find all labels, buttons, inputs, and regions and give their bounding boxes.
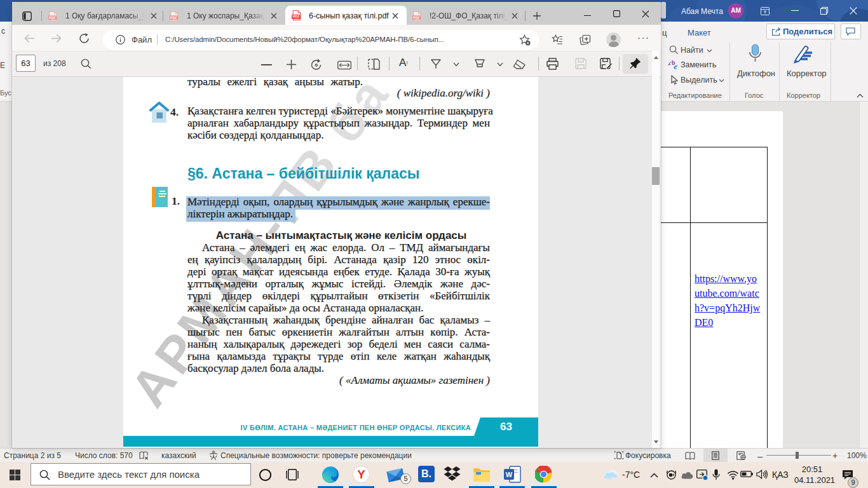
svg-text:PDF: PDF bbox=[170, 16, 177, 20]
svg-text:W: W bbox=[506, 471, 513, 478]
svg-text:PDF: PDF bbox=[413, 16, 420, 20]
svg-text:PDF: PDF bbox=[49, 16, 56, 20]
svg-text:PDF: PDF bbox=[292, 15, 300, 18]
